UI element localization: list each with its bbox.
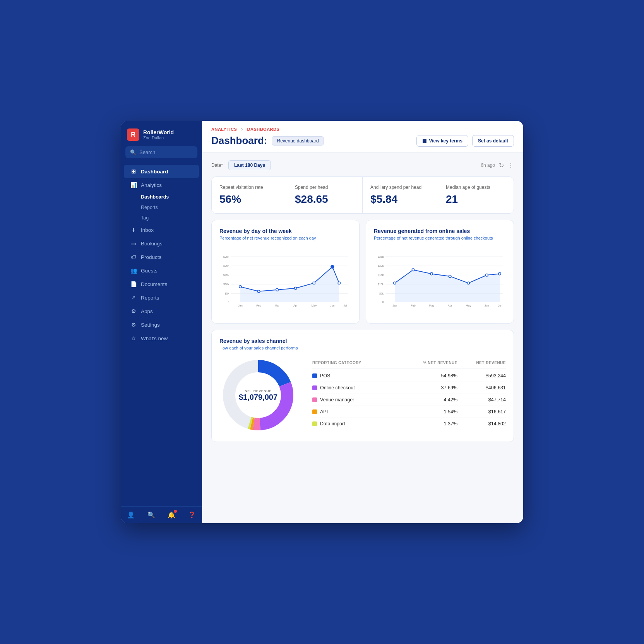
donut-center: NET REVENUE $1,079,007 [239, 389, 277, 402]
sidebar-item-bookings[interactable]: ▭ Bookings [124, 237, 199, 250]
svg-text:Mar: Mar [275, 304, 280, 307]
svg-text:Jun: Jun [330, 304, 335, 307]
chart-revenue-online: Revenue generated from online sales Perc… [366, 220, 514, 324]
svg-text:Jul: Jul [344, 304, 348, 307]
search-label: Search [139, 149, 155, 155]
kpi-value: 21 [446, 193, 506, 206]
breadcrumb-separator: > [241, 127, 243, 132]
sidebar-item-guests[interactable]: 👥 Guests [124, 264, 199, 277]
sidebar-item-products[interactable]: 🏷 Products [124, 250, 199, 264]
kpi-row: Repeat visitation rate 56% Spend per hea… [211, 176, 514, 214]
date-bar: Date* Last 180 Days 6h ago ↻ ⋮ [211, 160, 514, 170]
donut-table: REPORTING CATEGORY % NET REVENUE NET REV… [312, 361, 506, 430]
svg-text:Jan: Jan [392, 304, 397, 307]
svg-text:Feb: Feb [256, 304, 261, 307]
breadcrumb: Analytics > Dashboards [211, 127, 514, 132]
svg-text:$10k: $10k [378, 283, 384, 286]
revenue-cell: $47,714 [457, 397, 506, 402]
date-label: Date* [211, 163, 223, 168]
svg-text:$10k: $10k [223, 283, 230, 286]
sidebar-footer: 👤 🔍 🔔 ❓ [121, 506, 202, 523]
help-icon[interactable]: ❓ [188, 511, 196, 519]
category-name: API [320, 409, 328, 414]
settings-icon: ⚙ [130, 322, 137, 328]
products-icon: 🏷 [130, 254, 137, 260]
analytics-icon: 📊 [130, 182, 137, 188]
svg-text:May: May [312, 304, 317, 307]
svg-text:May: May [429, 304, 434, 307]
table-row: Online checkout 37.69% $406,631 [312, 382, 506, 394]
revenue-cell: $16,617 [457, 409, 506, 414]
main-content: Analytics > Dashboards Dashboard: Revenu… [202, 121, 523, 523]
search-bar[interactable]: 🔍 Search [125, 146, 197, 158]
chart-revenue-by-day: Revenue by day of the week Percentage of… [211, 220, 360, 324]
svg-text:Apr: Apr [448, 304, 452, 307]
donut-chart: NET REVENUE $1,079,007 [219, 356, 297, 434]
search-icon: 🔍 [130, 149, 136, 155]
date-pill[interactable]: Last 180 Days [228, 160, 271, 170]
donut-center-value: $1,079,007 [239, 393, 277, 402]
dashboard-badge[interactable]: Revenue dashboard [272, 136, 324, 146]
last-updated: 6h ago [481, 163, 495, 168]
sidebar-item-apps[interactable]: ⚙ Apps [124, 305, 199, 318]
svg-point-14 [276, 289, 278, 291]
more-icon[interactable]: ⋮ [508, 162, 514, 169]
key-terms-icon: ▦ [422, 138, 426, 144]
view-key-terms-button[interactable]: ▦ View key terms [416, 135, 468, 147]
donut-subtitle: How each of your sales channel performs [219, 346, 506, 350]
sidebar-sub-reports[interactable]: Reports [124, 202, 199, 212]
sidebar-item-label: Documents [141, 281, 167, 287]
sidebar-nav: ⊞ Dashboard 📊 Analytics Dashboards Repor… [121, 164, 202, 506]
sidebar-item-label: Apps [141, 308, 153, 314]
content-area: Date* Last 180 Days 6h ago ↻ ⋮ Repeat vi… [202, 152, 523, 523]
bookings-icon: ▭ [130, 240, 137, 247]
notifications-icon[interactable]: 🔔 [168, 511, 175, 519]
search-footer-icon[interactable]: 🔍 [147, 511, 155, 519]
category-color [312, 397, 317, 402]
svg-text:0: 0 [228, 301, 229, 304]
sidebar-item-reports[interactable]: ↗ Reports [124, 291, 199, 304]
svg-point-43 [486, 274, 488, 276]
sidebar: R RollerWorld Zoe Dallan 🔍 Search ⊞ Dash… [121, 121, 202, 523]
sidebar-item-label: Guests [141, 268, 158, 274]
table-row: API 1.54% $16,617 [312, 406, 506, 418]
svg-point-42 [467, 282, 469, 284]
table-row: Data import 1.37% $14,802 [312, 418, 506, 430]
sidebar-item-inbox[interactable]: ⬇ Inbox [124, 223, 199, 236]
refresh-icon[interactable]: ↻ [499, 162, 504, 169]
sidebar-item-dashboard[interactable]: ⊞ Dashboard [124, 165, 199, 178]
sidebar-item-whats-new[interactable]: ☆ What's new [124, 332, 199, 345]
set-as-default-button[interactable]: Set as default [472, 135, 514, 147]
kpi-value: 56% [219, 193, 279, 206]
svg-text:$5k: $5k [379, 292, 384, 295]
page-title: Dashboard: [211, 135, 267, 147]
sidebar-item-analytics[interactable]: 📊 Analytics [124, 178, 199, 192]
svg-text:$25k: $25k [223, 255, 230, 259]
svg-text:$5k: $5k [225, 292, 230, 295]
sidebar-item-documents[interactable]: 📄 Documents [124, 277, 199, 291]
documents-icon: 📄 [130, 281, 137, 287]
line-chart-2: $25k $20k $15k $10k $5k 0 [374, 246, 506, 315]
sidebar-sub-tag[interactable]: Tag [124, 213, 199, 223]
svg-text:May: May [466, 304, 471, 307]
sidebar-item-label: Settings [141, 322, 160, 328]
kpi-card-spend-per-head: Spend per head $28.65 [287, 177, 363, 213]
revenue-cell: $593,244 [457, 373, 506, 379]
pct-cell: 1.37% [409, 421, 457, 426]
col-header-pct: % NET REVENUE [409, 361, 457, 365]
donut-table-header: REPORTING CATEGORY % NET REVENUE NET REV… [312, 361, 506, 368]
top-bar: Analytics > Dashboards Dashboard: Revenu… [202, 121, 523, 152]
category-name: Data import [320, 421, 345, 426]
category-cell: API [312, 409, 409, 414]
kpi-card-ancillary-spend: Ancillary spend per head $5.84 [363, 177, 438, 213]
charts-row: Revenue by day of the week Percentage of… [211, 220, 514, 324]
svg-point-16 [313, 282, 315, 284]
sidebar-item-settings[interactable]: ⚙ Settings [124, 318, 199, 331]
chart-title: Revenue by day of the week [219, 228, 351, 234]
chart-area-1: $25k $20k $15k $10k $5k 0 [219, 246, 351, 315]
svg-point-44 [498, 272, 501, 275]
pct-cell: 37.69% [409, 385, 457, 391]
sidebar-item-label: What's new [141, 336, 168, 341]
profile-icon[interactable]: 👤 [127, 511, 135, 519]
sidebar-sub-dashboards[interactable]: Dashboards [124, 192, 199, 202]
